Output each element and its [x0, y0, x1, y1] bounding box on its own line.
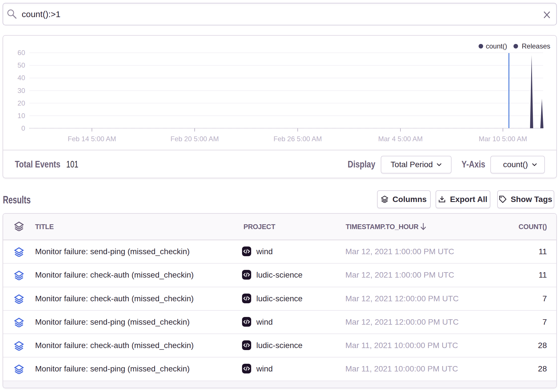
svg-text:Feb 26 5:00 AM: Feb 26 5:00 AM: [273, 135, 322, 143]
svg-text:0: 0: [21, 124, 25, 132]
svg-text:10: 10: [17, 112, 25, 120]
svg-text:Feb 20 5:00 AM: Feb 20 5:00 AM: [170, 135, 219, 143]
svg-text:Mar 4 5:00 AM: Mar 4 5:00 AM: [378, 135, 423, 143]
svg-text:count(): count(): [486, 42, 507, 50]
svg-text:40: 40: [17, 74, 25, 82]
svg-text:20: 20: [17, 99, 25, 107]
svg-text:Feb 14 5:00 AM: Feb 14 5:00 AM: [68, 135, 116, 143]
svg-text:Mar 10 5:00 AM: Mar 10 5:00 AM: [479, 135, 527, 143]
svg-text:50: 50: [17, 61, 25, 69]
svg-text:30: 30: [17, 87, 25, 94]
svg-text:Releases: Releases: [522, 42, 550, 50]
svg-text:60: 60: [17, 49, 25, 56]
